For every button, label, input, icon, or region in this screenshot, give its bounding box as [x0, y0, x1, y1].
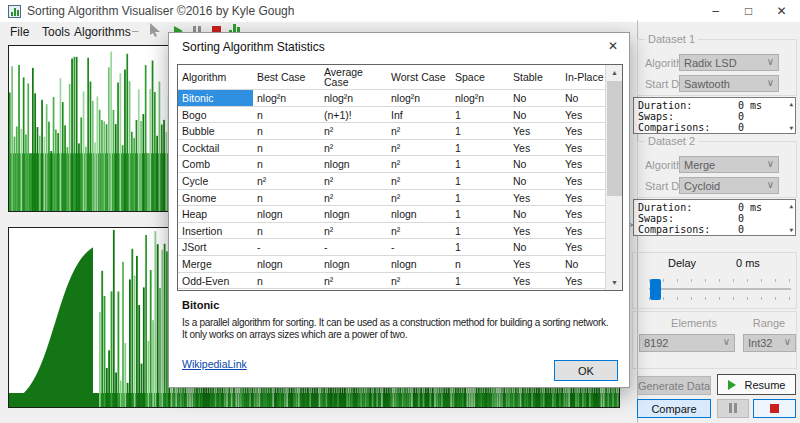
dataset2-stats[interactable]: Duration:0 ms Swaps:0 Comparisons:0 ▲ ▼ — [633, 199, 796, 236]
table-cell[interactable]: nlogn — [387, 206, 451, 222]
table-cell[interactable]: Yes — [509, 190, 561, 206]
table-cell[interactable]: 1 — [451, 156, 509, 172]
table-cell[interactable]: Inf — [387, 107, 451, 123]
table-cell[interactable]: Bitonic — [178, 90, 253, 106]
table-scrollbar[interactable]: ▲ ▼ — [605, 65, 622, 290]
table-cell[interactable]: Yes — [561, 107, 605, 123]
scroll-up-icon[interactable]: ▲ — [789, 202, 793, 209]
table-cell[interactable]: 1 — [451, 107, 509, 123]
ok-button[interactable]: OK — [554, 360, 618, 381]
column-header[interactable]: Algorithm — [178, 65, 253, 89]
pause-button[interactable] — [717, 399, 749, 418]
scroll-down-icon[interactable]: ▼ — [789, 226, 793, 233]
menu-tools[interactable]: Tools — [38, 24, 74, 40]
table-cell[interactable]: - — [387, 239, 451, 255]
table-cell[interactable]: 1 — [451, 140, 509, 156]
column-header[interactable]: Worst Case — [387, 65, 451, 89]
column-header[interactable]: Space — [451, 65, 509, 89]
table-cell[interactable]: Bubble — [178, 123, 253, 139]
table-cell[interactable]: n² — [387, 140, 451, 156]
start-data-dropdown-2[interactable]: Cycloid∨ — [679, 177, 779, 194]
table-cell[interactable]: n — [253, 107, 320, 123]
table-cell[interactable]: Odd-Even — [178, 273, 253, 289]
table-cell[interactable]: n² — [387, 173, 451, 189]
wikipedia-link[interactable]: WikipediaLink — [182, 358, 247, 370]
start-data-dropdown-1[interactable]: Sawtooth∨ — [679, 75, 779, 92]
table-cell[interactable]: Cocktail — [178, 140, 253, 156]
table-cell[interactable]: n — [451, 256, 509, 272]
table-row[interactable]: Insertionnn²n²1YesYes — [178, 223, 622, 240]
table-cell[interactable]: Merge — [178, 256, 253, 272]
table-cell[interactable]: Cycle — [178, 173, 253, 189]
table-cell[interactable]: Yes — [561, 206, 605, 222]
table-cell[interactable]: Yes — [561, 156, 605, 172]
table-cell[interactable]: Yes — [561, 190, 605, 206]
table-cell[interactable]: nlogn — [253, 256, 320, 272]
scroll-down-icon[interactable]: ▼ — [606, 275, 623, 290]
table-cell[interactable]: n² — [387, 156, 451, 172]
table-cell[interactable]: - — [253, 239, 320, 255]
table-cell[interactable]: 1 — [451, 206, 509, 222]
dataset1-stats[interactable]: Duration:0 ms Swaps:0 Comparisons:0 ▲ ▼ — [633, 97, 796, 134]
delay-slider-track[interactable] — [649, 288, 791, 290]
table-cell[interactable]: (n+1)! — [320, 107, 387, 123]
table-cell[interactable]: Yes — [509, 256, 561, 272]
table-cell[interactable]: n² — [253, 173, 320, 189]
table-cell[interactable]: n — [253, 190, 320, 206]
resume-button[interactable]: Resume — [717, 374, 796, 395]
scroll-up-icon[interactable]: ▲ — [606, 65, 623, 80]
column-header[interactable]: Stable — [509, 65, 561, 89]
scroll-up-icon[interactable]: ▲ — [789, 100, 793, 107]
table-cell[interactable]: nlogn — [253, 206, 320, 222]
table-cell[interactable]: Yes — [561, 273, 605, 289]
table-cell[interactable]: n² — [387, 190, 451, 206]
table-cell[interactable]: JSort — [178, 239, 253, 255]
table-cell[interactable]: 1 — [451, 239, 509, 255]
table-cell[interactable]: Yes — [561, 239, 605, 255]
table-cell[interactable]: Yes — [561, 140, 605, 156]
table-cell[interactable]: nlog²n — [387, 90, 451, 106]
table-cell[interactable]: Yes — [509, 123, 561, 139]
table-row[interactable]: Odd-Evennn²n²1YesYes — [178, 273, 622, 290]
algorithm-dropdown-2[interactable]: Merge∨ — [679, 156, 779, 173]
table-cell[interactable]: Gnome — [178, 190, 253, 206]
scrollbar-thumb[interactable] — [607, 81, 622, 196]
table-cell[interactable]: nlogn — [320, 156, 387, 172]
table-row[interactable]: JSort---1NoYes — [178, 239, 622, 256]
table-cell[interactable]: - — [320, 239, 387, 255]
table-cell[interactable]: n² — [320, 140, 387, 156]
table-cell[interactable]: nlog²n — [253, 90, 320, 106]
column-header[interactable]: Average Case — [320, 65, 387, 89]
maximize-button[interactable]: □ — [732, 0, 765, 22]
cursor-icon[interactable] — [148, 23, 162, 36]
table-cell[interactable]: nlogn — [320, 206, 387, 222]
table-cell[interactable]: n² — [320, 173, 387, 189]
menu-algorithms[interactable]: Algorithms — [70, 24, 135, 40]
table-cell[interactable]: nlogn — [320, 256, 387, 272]
generate-data-button[interactable]: Generate Data — [637, 376, 711, 395]
table-row[interactable]: Cocktailnn²n²1YesYes — [178, 140, 622, 157]
table-cell[interactable]: 1 — [451, 223, 509, 239]
table-cell[interactable]: nlogn — [387, 256, 451, 272]
table-cell[interactable]: 1 — [451, 173, 509, 189]
table-cell[interactable]: Yes — [509, 273, 561, 289]
table-row[interactable]: Bitonicnlog²nnlog²nnlog²nnlog²nNoNo — [178, 90, 622, 107]
table-cell[interactable]: Comb — [178, 156, 253, 172]
table-cell[interactable]: nlog²n — [451, 90, 509, 106]
algorithm-dropdown-1[interactable]: Radix LSD∨ — [679, 54, 779, 71]
table-cell[interactable]: n — [253, 223, 320, 239]
table-cell[interactable]: No — [561, 256, 605, 272]
table-row[interactable]: Bogon(n+1)!Inf1NoYes — [178, 107, 622, 124]
table-row[interactable]: Combnnlognn²1NoYes — [178, 156, 622, 173]
table-cell[interactable]: n² — [320, 273, 387, 289]
table-row[interactable]: Gnomenn²n²1YesYes — [178, 190, 622, 207]
table-row[interactable]: Bubblenn²n²1YesYes — [178, 123, 622, 140]
table-cell[interactable]: n² — [320, 123, 387, 139]
table-cell[interactable]: No — [509, 239, 561, 255]
table-cell[interactable]: n — [253, 140, 320, 156]
table-cell[interactable]: Yes — [561, 223, 605, 239]
column-header[interactable]: In-Place — [561, 65, 605, 89]
table-cell[interactable]: n² — [387, 123, 451, 139]
table-cell[interactable]: n² — [320, 190, 387, 206]
dialog-close-icon[interactable]: ✕ — [601, 37, 625, 56]
